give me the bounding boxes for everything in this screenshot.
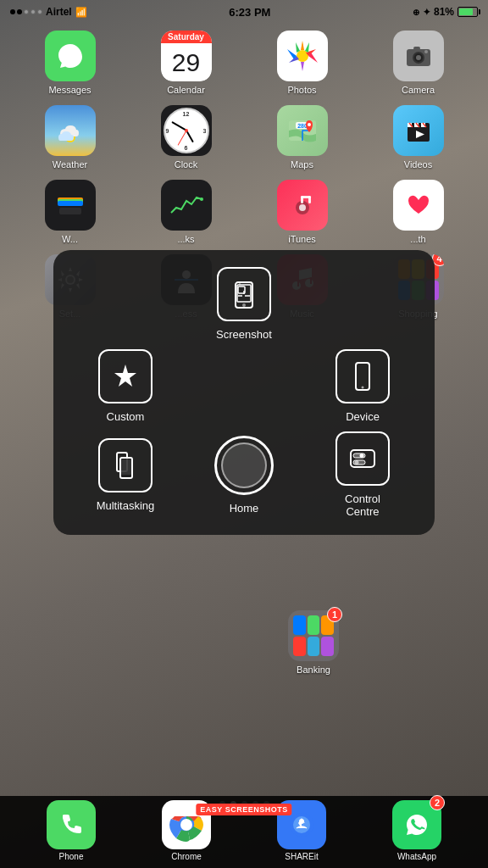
app-maps[interactable]: 280 Maps [249, 105, 355, 170]
clock-9: 9 [166, 128, 169, 134]
app-messages-icon [45, 31, 96, 81]
at-screenshot[interactable]: Screenshot [216, 267, 272, 341]
app-calendar-icon: Saturday 29 [161, 31, 212, 81]
clock-6: 6 [185, 145, 188, 151]
photos-svg [284, 37, 321, 75]
signal-dot-3 [24, 9, 29, 14]
app-banking-folder[interactable]: 1 Banking [288, 610, 339, 675]
whatsapp-svg [402, 810, 432, 840]
dock-whatsapp[interactable]: 2 WhatsApp [392, 800, 441, 861]
banking-badge: 1 [327, 607, 342, 622]
at-custom-label: Custom [107, 410, 145, 423]
app-itunes-label: iTunes [288, 234, 316, 244]
at-device[interactable]: Device [336, 349, 390, 423]
app-clock[interactable]: 12 3 6 9 Clock [133, 105, 239, 170]
app-health-label: ...th [410, 234, 425, 244]
svg-point-4 [416, 55, 421, 60]
at-controlcentre-label: Control Centre [345, 492, 380, 518]
clock-3: 3 [203, 128, 207, 134]
health-svg [403, 190, 434, 220]
svg-point-42 [239, 283, 241, 285]
at-home-inner [221, 442, 267, 488]
dock-phone-icon [47, 800, 96, 849]
status-time: 6:23 PM [229, 6, 270, 19]
at-device-icon [336, 349, 390, 403]
at-home-label: Home [230, 502, 259, 515]
at-custom[interactable]: Custom [98, 349, 152, 423]
clock-12: 12 [183, 111, 190, 117]
app-videos[interactable]: Videos [365, 105, 471, 170]
battery-fill [459, 8, 473, 15]
svg-point-25 [200, 198, 203, 201]
app-stocks[interactable]: ...ks [133, 180, 239, 244]
app-stocks-icon [161, 180, 212, 231]
app-wallet[interactable]: W... [17, 180, 123, 244]
app-health[interactable]: ...th [365, 180, 471, 244]
at-custom-icon [98, 349, 152, 403]
bluetooth-icon: ✦ [423, 7, 430, 18]
svg-rect-24 [59, 208, 81, 214]
battery-icon [458, 7, 478, 17]
svg-point-58 [180, 819, 192, 831]
at-device-label: Device [346, 410, 380, 423]
app-maps-label: Maps [291, 159, 313, 170]
at-screenshot-icon [217, 267, 271, 321]
app-calendar-label: Calendar [167, 85, 205, 95]
app-itunes[interactable]: iTunes [249, 180, 355, 244]
signal-dot-2 [17, 9, 22, 14]
at-multitasking-label: Multitasking [97, 499, 155, 512]
device-svg [347, 361, 378, 392]
svg-rect-50 [121, 459, 131, 475]
svg-point-61 [299, 819, 304, 824]
app-banking-label: Banking [297, 665, 330, 675]
banking-mini-5 [308, 637, 320, 656]
signal-dot-5 [37, 9, 42, 14]
app-messages-label: Messages [48, 85, 91, 95]
app-camera-icon [393, 31, 444, 81]
carrier-label: Airtel [46, 6, 72, 18]
app-messages[interactable]: Messages [17, 31, 123, 95]
svg-point-11 [308, 123, 311, 126]
at-home[interactable]: Home [214, 436, 274, 515]
app-clock-icon: 12 3 6 9 [161, 105, 212, 156]
dock-chrome-label: Chrome [171, 852, 202, 861]
easy-screenshots-banner: EASY SCREENSHOTS [196, 804, 291, 815]
screenshot-svg [229, 279, 259, 309]
app-stocks-label: ...ks [177, 234, 194, 244]
whatsapp-badge: 2 [430, 795, 445, 810]
svg-marker-44 [114, 364, 136, 387]
wallet-svg [54, 189, 86, 221]
messages-svg [55, 41, 86, 71]
controlcentre-svg [347, 443, 378, 474]
app-videos-label: Videos [404, 159, 432, 170]
dock-whatsapp-label: WhatsApp [397, 852, 436, 861]
at-controlcentre-icon [336, 431, 390, 486]
svg-point-55 [355, 460, 359, 465]
dock-shareit-label: SHAREit [285, 852, 318, 861]
app-maps-icon: 280 [277, 105, 328, 156]
app-weather[interactable]: Weather [17, 105, 123, 170]
svg-point-0 [297, 50, 308, 62]
app-wallet-label: W... [62, 234, 78, 244]
signal-dot-1 [10, 9, 15, 14]
at-controlcentre[interactable]: Control Centre [336, 431, 390, 518]
at-multitasking[interactable]: Multitasking [97, 438, 155, 512]
dock-phone[interactable]: Phone [47, 800, 96, 861]
calendar-date: 29 [161, 43, 212, 81]
clock-center [185, 129, 188, 132]
app-weather-label: Weather [53, 159, 87, 170]
videos-svg [402, 114, 435, 147]
at-home-button[interactable] [214, 436, 274, 495]
app-camera[interactable]: Camera [365, 31, 471, 95]
at-screenshot-label: Screenshot [216, 328, 272, 341]
assistive-touch-overlay: Screenshot Custom Device [53, 250, 435, 535]
app-videos-icon [393, 105, 444, 156]
app-photos[interactable]: Photos [249, 31, 355, 95]
app-calendar[interactable]: Saturday 29 Calendar [133, 31, 239, 95]
banking-mini-2 [308, 615, 320, 635]
app-camera-label: Camera [402, 85, 435, 95]
svg-rect-30 [301, 196, 303, 203]
calendar-inner: Saturday 29 [161, 31, 212, 81]
wifi-icon: 📶 [75, 7, 87, 18]
custom-svg [110, 361, 141, 392]
